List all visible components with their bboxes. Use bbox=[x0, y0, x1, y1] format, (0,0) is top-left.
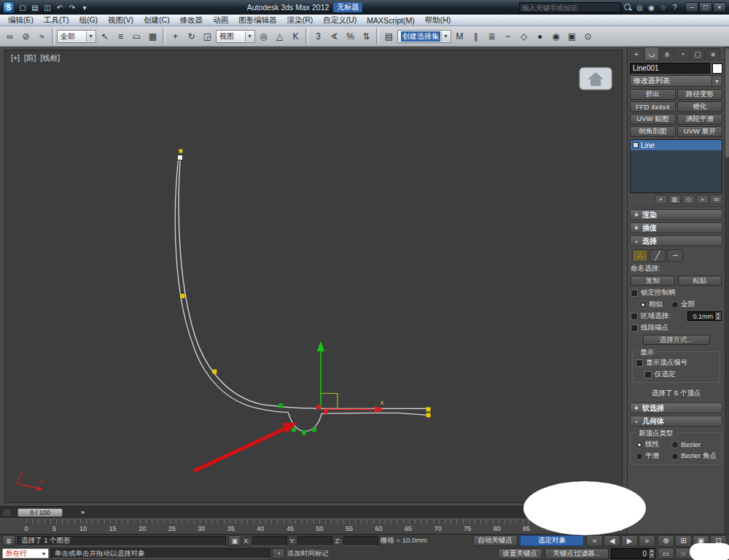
viewport-menu-general[interactable]: [+] bbox=[11, 53, 20, 63]
area-selection-value[interactable]: 0.1mm bbox=[687, 311, 715, 321]
align-icon[interactable]: ∥ bbox=[468, 28, 483, 44]
select-and-link-icon[interactable]: ∞ bbox=[2, 28, 17, 44]
menu-item[interactable]: MAXScript(M) bbox=[362, 15, 419, 26]
panel-scrollbar-thumb[interactable] bbox=[725, 48, 729, 158]
tab-modify[interactable]: ◡ bbox=[644, 47, 659, 60]
bind-to-space-warp-icon[interactable]: ≈ bbox=[34, 28, 50, 44]
close-button[interactable]: × bbox=[713, 2, 726, 12]
vertex-green[interactable] bbox=[278, 403, 283, 408]
zoom-region-icon[interactable]: ▭ bbox=[658, 548, 674, 559]
vertex-type-smooth[interactable]: 平滑 bbox=[636, 451, 671, 461]
minimize-button[interactable]: – bbox=[685, 2, 698, 12]
vertex-red-selected[interactable] bbox=[324, 409, 328, 413]
vertex-first[interactable] bbox=[177, 155, 182, 160]
vertex-type-linear[interactable]: 线性 bbox=[636, 440, 671, 449]
spinner-buttons[interactable]: ▲▼ bbox=[715, 311, 722, 321]
selection-lock-toggle[interactable]: ▣ bbox=[228, 535, 241, 546]
selected-only-checkbox[interactable]: 仅选定 bbox=[636, 370, 717, 379]
rollout-interpolation[interactable]: + 插值 bbox=[630, 222, 722, 233]
area-selection-spinner[interactable]: 0.1mm ▲▼ bbox=[687, 311, 722, 321]
current-time-value[interactable]: 0 bbox=[611, 548, 649, 559]
render-production-icon[interactable]: ⊙ bbox=[580, 28, 596, 44]
rollout-soft-selection[interactable]: + 软选择 bbox=[630, 402, 722, 413]
gizmo-plane-handle[interactable] bbox=[321, 393, 338, 409]
menu-item[interactable]: 工具(T) bbox=[39, 15, 74, 26]
vertex-yellow[interactable] bbox=[212, 370, 217, 374]
favorites-icon[interactable]: ☆ bbox=[658, 2, 668, 13]
modifier-button[interactable]: UVW 贴图 bbox=[630, 114, 676, 125]
select-and-rotate-icon[interactable]: ↻ bbox=[184, 28, 199, 44]
curve-editor-icon[interactable]: ~ bbox=[500, 28, 515, 44]
tab-create[interactable]: + bbox=[629, 48, 644, 60]
area-selection-checkbox[interactable]: 区域选择: 0.1mm ▲▼ bbox=[631, 311, 722, 321]
layer-manager-icon[interactable]: ≣ bbox=[484, 28, 499, 44]
gizmo-y-arrowhead[interactable] bbox=[317, 341, 324, 351]
viewport-front-wireframe[interactable]: [+] [前] [线框] x bbox=[4, 50, 623, 503]
reference-coordinate-dropdown[interactable]: 视图 bbox=[216, 30, 255, 43]
snaps-toggle-icon[interactable]: 3 bbox=[311, 28, 326, 44]
redo-icon[interactable]: ↷ bbox=[66, 2, 78, 13]
select-by-button[interactable]: 选择方式... bbox=[643, 335, 710, 345]
menu-item[interactable]: 动画 bbox=[208, 15, 233, 26]
tab-hierarchy[interactable]: ⋔ bbox=[660, 48, 674, 60]
all-radio[interactable]: 全部 bbox=[671, 300, 695, 309]
menu-item[interactable]: 组(G) bbox=[74, 15, 103, 26]
y-coordinate-field[interactable] bbox=[297, 536, 332, 546]
use-pivot-point-icon[interactable]: ◎ bbox=[256, 28, 271, 44]
select-and-manipulate-icon[interactable]: △ bbox=[272, 28, 287, 44]
mini-listener-icon[interactable]: ≣ bbox=[2, 535, 15, 546]
vertex-type-bezier-corner[interactable]: Bezier 角点 bbox=[671, 451, 717, 461]
menu-item[interactable]: 编辑(E) bbox=[3, 15, 39, 26]
maxscript-mini-listener[interactable]: 所在行 ▾ bbox=[2, 548, 49, 559]
play-animation-icon[interactable]: ▶ bbox=[621, 535, 638, 547]
modifier-button[interactable]: 路径变形 bbox=[677, 89, 723, 100]
maximize-button[interactable]: □ bbox=[699, 2, 712, 12]
pin-stack-icon[interactable]: ⌖ bbox=[655, 195, 667, 204]
signin-icon[interactable]: ◎ bbox=[634, 2, 645, 13]
rollout-selection[interactable]: - 选择 bbox=[630, 236, 722, 246]
remove-modifier-icon[interactable]: × bbox=[696, 195, 709, 204]
tab-display[interactable]: ▢ bbox=[690, 48, 705, 60]
vertex-yellow[interactable] bbox=[180, 294, 184, 298]
rollout-render[interactable]: + 渲染 bbox=[630, 209, 722, 220]
rectangular-selection-region-icon[interactable]: ▭ bbox=[129, 28, 144, 44]
modifier-button[interactable]: 锥化 bbox=[677, 101, 723, 112]
save-file-icon[interactable]: ◫ bbox=[42, 2, 53, 13]
undo-icon[interactable]: ↶ bbox=[54, 2, 66, 13]
go-to-start-icon[interactable]: « bbox=[586, 535, 603, 547]
vertex-green[interactable] bbox=[302, 430, 306, 435]
menu-item[interactable]: 自定义(U) bbox=[318, 15, 362, 26]
object-color-swatch[interactable] bbox=[712, 63, 722, 74]
schematic-view-icon[interactable]: ◇ bbox=[516, 28, 531, 44]
lock-handles-checkbox[interactable]: 锁定控制柄 bbox=[631, 288, 722, 298]
viewport-menu-pov[interactable]: [前] bbox=[24, 53, 36, 63]
previous-frame-icon[interactable]: ◀ bbox=[604, 535, 620, 547]
similar-radio[interactable]: 相似 bbox=[639, 300, 663, 309]
spinner-snap-icon[interactable]: ⇅ bbox=[359, 28, 374, 44]
z-coordinate-field[interactable] bbox=[343, 536, 378, 546]
select-by-name-icon[interactable]: ≡ bbox=[113, 28, 128, 44]
viewport-menu-shading[interactable]: [线框] bbox=[40, 53, 60, 63]
object-name-field[interactable]: Line001 bbox=[630, 63, 710, 74]
tab-utilities[interactable]: ∗ bbox=[706, 48, 720, 60]
menu-item[interactable]: 创建(C) bbox=[139, 15, 175, 26]
app-logo-icon[interactable]: S bbox=[3, 1, 15, 13]
zoom-all-icon[interactable]: ⊞ bbox=[675, 535, 692, 547]
stack-item-line[interactable]: Line bbox=[631, 140, 722, 150]
key-filters-button[interactable]: 关键点过滤器... bbox=[545, 548, 609, 559]
modifier-button[interactable]: FFD 4x4x4 bbox=[630, 101, 676, 112]
add-time-tag-label[interactable]: 添加时间标记 bbox=[287, 549, 329, 559]
x-coordinate-field[interactable] bbox=[252, 536, 287, 546]
vertex-red-selected[interactable] bbox=[316, 405, 321, 409]
vertex-green[interactable] bbox=[312, 427, 316, 432]
segment-mode-button[interactable]: ╱ bbox=[650, 249, 666, 262]
go-to-end-icon[interactable]: » bbox=[639, 535, 655, 547]
named-selection-sets-dropdown[interactable]: 创建选择集 bbox=[397, 30, 451, 43]
time-slider-next-arrow[interactable]: ▸ bbox=[82, 508, 85, 516]
menu-item[interactable]: 渲染(R) bbox=[282, 15, 319, 26]
edit-named-selection-sets-icon[interactable]: ▤ bbox=[381, 28, 397, 44]
modifier-stack[interactable]: Line bbox=[630, 139, 722, 193]
vertex-yellow[interactable] bbox=[426, 413, 431, 417]
modifier-button[interactable]: UVW 展开 bbox=[677, 126, 723, 137]
open-file-icon[interactable]: ▤ bbox=[29, 2, 41, 13]
